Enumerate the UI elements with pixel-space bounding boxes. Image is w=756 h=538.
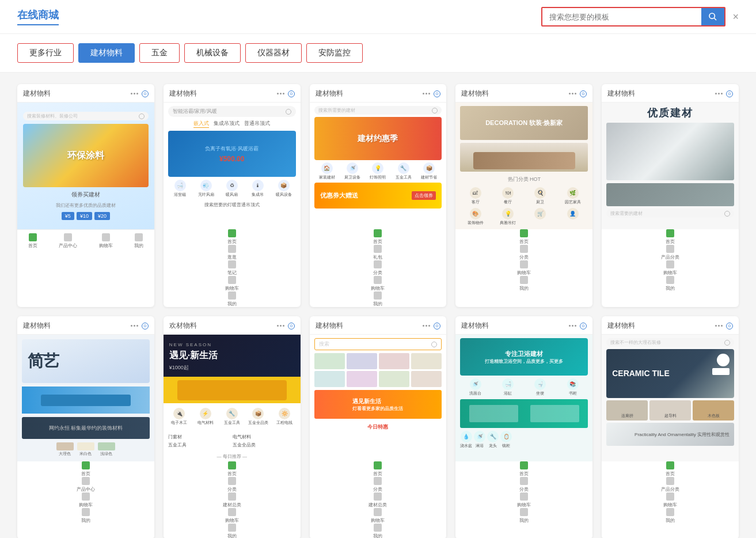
card-9-showcase xyxy=(460,399,588,428)
nav-profile: 我的 xyxy=(164,524,301,538)
nav-category: 分类 xyxy=(455,245,592,260)
target-icon: ⊙ xyxy=(142,90,149,97)
card-3-body: 搜索所需要的建材 建材约惠季 🏠家装建材 🚿厨卫设备 💡灯饰照明 🔧五金工具 📦… xyxy=(310,103,447,229)
template-card-4[interactable]: 建材物料 ⊙ DECORATION 软装·焕新家 热门分类 HOT 🛋客厅 🍽餐… xyxy=(455,84,592,307)
target-icon: ⊙ xyxy=(434,90,440,97)
template-card-6[interactable]: 建材物料 ⊙ 简艺 网约永恒 标集最华约的装饰 xyxy=(17,316,154,538)
card-5-search: 搜索需要的建材 xyxy=(606,209,734,218)
nav-profile: 我的 xyxy=(455,276,592,291)
card-8-category: 建材物料 xyxy=(316,321,343,331)
card-3-icons: ⊙ xyxy=(423,90,440,97)
nav-home: 首页 xyxy=(164,461,301,477)
filter-hardware[interactable]: 五金 xyxy=(139,43,180,63)
dots-menu xyxy=(131,93,138,94)
card-1-icons: ⊙ xyxy=(131,90,149,97)
template-card-1[interactable]: 建材物料 ⊙ 搜索装修材料、装修公司 环保涂料 领券买建材 我们还有更多优质的品… xyxy=(17,84,154,307)
card-6-icons: ⊙ xyxy=(131,323,149,329)
template-card-10[interactable]: 建材物料 ⊙ 搜索不一样的大理石装修 CERAMIC TILE xyxy=(602,316,739,538)
filter-building-materials[interactable]: 建材物料 xyxy=(78,43,135,63)
nav-cart: 购物车 xyxy=(17,492,154,508)
coupon-2: ¥10 xyxy=(77,212,92,220)
dots-menu xyxy=(277,325,284,327)
card-7-categories: 🔌电子木工 ⚡电气材料 🔧五金工具 📦五金全品类 🔆工程电线 xyxy=(164,403,301,430)
card-2-search: 智能浴霸/家用/风暖 xyxy=(168,106,296,117)
card-6-swatches: 大理色 米白色 浅绿色 xyxy=(22,442,150,457)
template-card-2[interactable]: 建材物料 ⊙ 智能浴霸/家用/风暖 嵌入式 集成吊顶式 普通吊顶式 xyxy=(164,84,301,307)
card-1-coupons: ¥5 ¥10 ¥20 xyxy=(23,212,149,220)
filter-instruments[interactable]: 仪器器材 xyxy=(245,43,302,63)
card-10-white-shapes xyxy=(712,354,730,375)
dots-menu xyxy=(423,93,430,94)
card-8-nav: 首页 分类 建材总类 购物车 我的 xyxy=(310,461,447,538)
card-6-category: 建材物料 xyxy=(23,321,51,331)
swatch-3 xyxy=(98,442,115,450)
tile-swatch-2: 超导料 xyxy=(649,400,691,420)
template-card-7[interactable]: 欢材物料 ⊙ NEW SEASON 遇见·新生活 ¥1000起 🔌电子木工 ⚡电 xyxy=(164,316,301,538)
nav-products: 产品中心 xyxy=(59,233,77,249)
template-card-5[interactable]: 建材物料 ⊙ 优质建材 搜索需要的建材 首页 产品分类 购物车 我的 xyxy=(602,84,739,307)
card-9-header: 建材物料 ⊙ xyxy=(455,316,592,335)
search-icon xyxy=(724,340,730,346)
target-icon: ⊙ xyxy=(580,323,587,329)
search-box[interactable] xyxy=(541,7,725,26)
nav-cart: 购物车 xyxy=(455,260,592,276)
search-icon xyxy=(139,113,145,119)
card-10-ceramic-text: CERAMIC TILE xyxy=(612,368,670,378)
card-3-category: 建材物料 xyxy=(316,89,343,98)
card-1-banner: 环保涂料 xyxy=(23,124,149,187)
card-3-header: 建材物料 ⊙ xyxy=(310,84,447,103)
card-10-search: 搜索不一样的大理石装修 xyxy=(606,338,734,347)
template-card-9[interactable]: 建材物料 ⊙ 专注卫浴建材 打造精致卫浴空间，品质更多，买更多 🚿洗面台 🛁浴缸… xyxy=(455,316,592,538)
search-input[interactable] xyxy=(542,9,701,25)
card-5-title: 优质建材 xyxy=(606,106,734,120)
card-7-price: ¥1000起 xyxy=(169,364,189,372)
nav-cart: 购物车 xyxy=(310,276,447,291)
nav-home: 首页 xyxy=(455,461,592,477)
target-icon: ⊙ xyxy=(142,323,149,329)
target-icon: ⊙ xyxy=(726,90,733,97)
card-7-header: 欢材物料 ⊙ xyxy=(164,316,301,335)
nav-products: 产品中心 xyxy=(17,477,154,492)
card-4-sofa xyxy=(460,143,588,172)
filter-more-industry[interactable]: 更多行业 xyxy=(17,43,74,63)
search-button[interactable] xyxy=(701,8,724,25)
nav-home: 首页 xyxy=(455,229,592,245)
nav-profile: 我的 xyxy=(17,508,154,524)
card-4-header: 建材物料 ⊙ xyxy=(455,84,592,103)
card-8-today-special: 今日特惠 xyxy=(314,422,442,433)
search-icon xyxy=(724,211,730,217)
card-9-nav: 首页 分类 购物车 我的 xyxy=(455,461,592,524)
filter-machinery[interactable]: 机械设备 xyxy=(184,43,241,63)
nav-home: 首页 xyxy=(310,461,447,477)
app-title: 在线商城 xyxy=(17,8,59,25)
search-icon xyxy=(432,108,438,113)
nav-materials: 建材总类 xyxy=(310,492,447,508)
card-1-banner-text: 环保涂料 xyxy=(67,150,104,162)
card-10-icons: ⊙ xyxy=(715,323,733,329)
card-6-title-area: 简艺 xyxy=(22,339,150,383)
card-8-search: 搜索 xyxy=(314,338,442,350)
nav-home: 首页 xyxy=(28,233,37,249)
card-9-promo-row: 💧浇水盆 🚿淋浴 🔧龙头 🪞镜柜 xyxy=(460,431,588,449)
dots-menu xyxy=(423,325,430,327)
card-8-banner: 遇见新生活 灯看看更多家的品质生活 xyxy=(314,390,442,419)
card-9-icons-row: 🚿洗面台 🛁浴缸 🚽坐便 📚书柜 xyxy=(460,378,588,396)
card-1-header: 建材物料 ⊙ xyxy=(17,84,154,103)
card-1-search: 搜索装修材料、装修公司 xyxy=(23,112,149,120)
template-card-3[interactable]: 建材物料 ⊙ 搜索所需要的建材 建材约惠季 🏠家装建材 🚿厨卫设备 💡灯饰照 xyxy=(310,84,447,307)
filter-security[interactable]: 安防监控 xyxy=(306,43,363,63)
card-8-product-grid xyxy=(314,353,442,387)
card-3-promo: 优惠券大赠送 点击领券 xyxy=(314,183,442,209)
template-card-8[interactable]: 建材物料 ⊙ 搜索 xyxy=(310,316,447,538)
nav-home: 首页 xyxy=(17,461,154,477)
nav-home: 首页 xyxy=(310,229,447,245)
close-button[interactable]: × xyxy=(732,11,739,23)
card-7-body: NEW SEASON 遇见·新生活 ¥1000起 🔌电子木工 ⚡电气材料 🔧五金… xyxy=(164,335,301,461)
card-10-category: 建材物料 xyxy=(607,321,635,331)
nav-category: 分类 xyxy=(455,477,592,492)
dots-menu xyxy=(569,93,576,94)
target-icon: ⊙ xyxy=(580,90,587,97)
dots-menu xyxy=(715,325,723,327)
svg-line-1 xyxy=(714,18,716,20)
card-10-body: 搜索不一样的大理石装修 CERAMIC TILE 连廊拼 超导料 木色板 xyxy=(602,335,739,461)
